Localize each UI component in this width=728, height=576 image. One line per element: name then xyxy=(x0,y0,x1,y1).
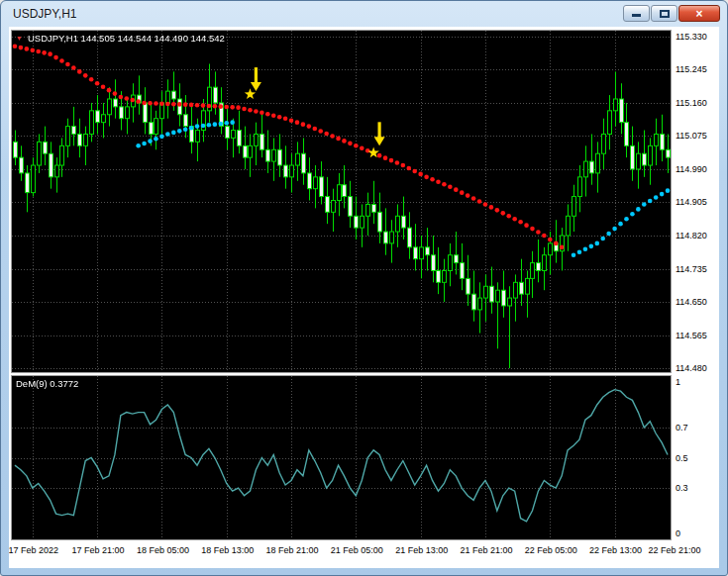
minimize-icon xyxy=(632,14,641,17)
indicator-canvas[interactable] xyxy=(12,376,671,539)
time-tick-label: 21 Feb 21:00 xyxy=(460,545,512,555)
chart-client-area: ▼ USDJPY,H1 144.505 144.544 144.490 144.… xyxy=(9,27,719,568)
time-tick-label: 18 Feb 05:00 xyxy=(137,545,189,555)
indicator-tick-label: 1 xyxy=(676,377,680,387)
ohlc-info-text: USDJPY,H1 144.505 144.544 144.490 144.54… xyxy=(28,33,225,44)
time-tick-label: 22 Feb 21:00 xyxy=(648,545,700,555)
price-tick-label: 114.820 xyxy=(676,231,707,240)
indicator-pane: DeM(9) 0.3772 xyxy=(11,375,672,540)
time-tick-label: 18 Feb 13:00 xyxy=(201,545,254,555)
price-tick-label: 114.480 xyxy=(676,363,707,373)
window-titlebar[interactable]: USDJPY,H1 × xyxy=(1,1,727,27)
chart-grid: ▼ USDJPY,H1 144.505 144.544 144.490 144.… xyxy=(11,30,719,566)
price-tick-label: 115.330 xyxy=(676,32,707,42)
price-tick-label: 115.075 xyxy=(676,131,707,141)
time-axis[interactable]: 17 Feb 202217 Feb 21:0018 Feb 05:0018 Fe… xyxy=(11,542,717,566)
indicator-tick-label: 0 xyxy=(676,528,680,538)
time-tick-label: 17 Feb 21:00 xyxy=(72,545,125,555)
minimize-button[interactable] xyxy=(623,5,650,22)
time-tick-label: 22 Feb 05:00 xyxy=(525,545,577,555)
window-title: USDJPY,H1 xyxy=(13,7,76,21)
maximize-button[interactable] xyxy=(651,5,677,22)
time-tick-label: 21 Feb 13:00 xyxy=(395,545,448,555)
indicator-tick-label: 0.5 xyxy=(676,453,688,463)
time-tick-label: 17 Feb 2022 xyxy=(9,545,58,555)
price-tick-label: 115.160 xyxy=(676,98,707,108)
main-chart-pane: ▼ USDJPY,H1 144.505 144.544 144.490 144.… xyxy=(11,30,672,373)
app-window: USDJPY,H1 × ▼ USDJPY,H1 144.505 144.544 … xyxy=(0,0,728,576)
indicator-axis[interactable]: 10.70.50.30 xyxy=(672,375,717,540)
price-tick-label: 114.990 xyxy=(676,164,707,174)
price-tick-label: 115.245 xyxy=(676,64,707,74)
price-tick-label: 114.735 xyxy=(676,264,707,274)
price-tick-label: 114.905 xyxy=(676,197,707,207)
price-axis[interactable]: 115.330115.245115.160115.075114.990114.9… xyxy=(672,30,717,373)
indicator-tick-label: 0.7 xyxy=(676,423,688,432)
close-button[interactable]: × xyxy=(678,5,720,22)
main-chart-canvas[interactable] xyxy=(12,31,671,372)
price-tick-label: 114.565 xyxy=(676,331,707,340)
time-tick-label: 18 Feb 21:00 xyxy=(266,545,319,555)
ohlc-info-line: ▼ USDJPY,H1 144.505 144.544 144.490 144.… xyxy=(16,33,225,44)
indicator-tick-label: 0.3 xyxy=(676,483,688,493)
time-tick-label: 21 Feb 05:00 xyxy=(331,545,383,555)
window-controls: × xyxy=(623,5,720,22)
indicator-label: DeM(9) 0.3772 xyxy=(16,378,78,389)
time-tick-label: 22 Feb 13:00 xyxy=(589,545,642,555)
symbol-marker-icon: ▼ xyxy=(16,35,23,42)
close-icon: × xyxy=(695,8,702,20)
maximize-icon xyxy=(660,10,670,18)
price-tick-label: 114.650 xyxy=(676,297,707,307)
